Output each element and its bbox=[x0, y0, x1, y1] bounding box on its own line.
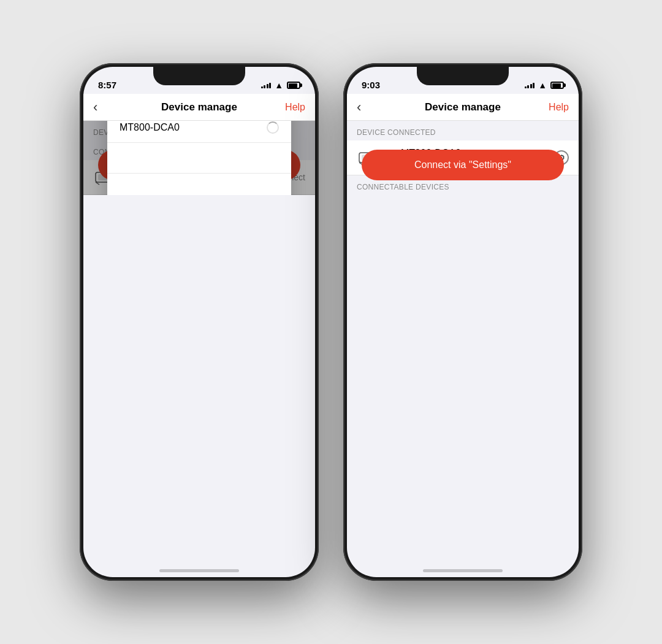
battery-icon-left bbox=[287, 82, 300, 89]
bottom-area-right: Connect via "Settings" bbox=[347, 150, 579, 180]
notch-right bbox=[417, 67, 509, 85]
time-left: 8:57 bbox=[98, 80, 116, 90]
help-button-left[interactable]: Help bbox=[285, 102, 305, 113]
status-icons-right: ▲ bbox=[525, 80, 564, 90]
phone-left: 8:57 ▲ ‹ Device manage Help DEV bbox=[80, 63, 319, 581]
modal-item-left[interactable]: MT800-DCA0 bbox=[107, 121, 291, 142]
nav-bar-left: ‹ Device manage Help bbox=[83, 94, 315, 121]
time-right: 9:03 bbox=[362, 80, 380, 90]
phone-right-screen: 9:03 ▲ ‹ Device manage Help DEV bbox=[347, 67, 579, 577]
back-button-right[interactable]: ‹ bbox=[357, 99, 361, 115]
status-icons-left: ▲ bbox=[261, 80, 300, 90]
nav-title-right: Device manage bbox=[425, 101, 501, 113]
modal-box-left: Select An Accessory MT800-DCA0 Cancel bbox=[107, 121, 291, 195]
app-content-left: DEVICE CONNECTED CONNECTABLE DEVICES MT8… bbox=[83, 121, 315, 195]
modal-empty2-left bbox=[107, 173, 291, 195]
help-button-right[interactable]: Help bbox=[549, 102, 569, 113]
spinner-icon-left bbox=[267, 121, 279, 134]
nav-bar-right: ‹ Device manage Help bbox=[347, 94, 579, 121]
phone-left-screen: 8:57 ▲ ‹ Device manage Help DEV bbox=[83, 67, 315, 577]
home-indicator-left bbox=[159, 569, 239, 572]
home-indicator-right bbox=[423, 569, 503, 572]
connect-settings-button-right[interactable]: Connect via "Settings" bbox=[362, 150, 564, 180]
wifi-icon-right: ▲ bbox=[538, 80, 547, 90]
signal-icon-left bbox=[261, 83, 272, 88]
modal-item-name-left: MT800-DCA0 bbox=[120, 122, 180, 133]
modal-overlay-left: Select An Accessory MT800-DCA0 Cancel bbox=[83, 121, 315, 195]
wifi-icon-left: ▲ bbox=[275, 80, 283, 90]
nav-title-left: Device manage bbox=[161, 101, 237, 113]
back-button-left[interactable]: ‹ bbox=[93, 99, 97, 115]
modal-empty1-left bbox=[107, 142, 291, 173]
phone-right: 9:03 ▲ ‹ Device manage Help DEV bbox=[343, 63, 582, 581]
notch-left bbox=[153, 67, 245, 85]
battery-icon-right bbox=[550, 82, 564, 89]
signal-icon-right bbox=[525, 83, 535, 88]
device-connected-label-right: DEVICE CONNECTED bbox=[347, 121, 579, 140]
app-content-right: DEVICE CONNECTED MT800-DCA0 Click to dis… bbox=[347, 121, 579, 195]
